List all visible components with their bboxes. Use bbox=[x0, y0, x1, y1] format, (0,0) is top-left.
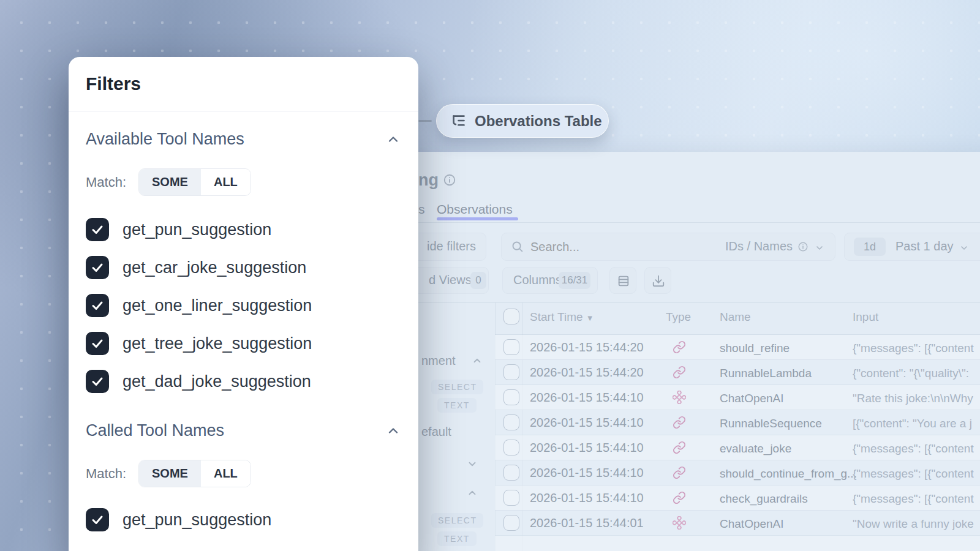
checkbox-checked[interactable] bbox=[86, 508, 109, 531]
checkbox-checked[interactable] bbox=[86, 256, 109, 279]
cell-input: "Rate this joke:\n\nWhy bbox=[853, 392, 980, 405]
checkbox-checked[interactable] bbox=[86, 218, 109, 241]
screen: ng s Observations ide filters IDs / Name… bbox=[0, 0, 980, 551]
export-button[interactable] bbox=[644, 267, 671, 294]
table-row[interactable]: 2026-01-15 15:44:20 should_refine {"mess… bbox=[495, 335, 980, 360]
collapse-chevron-up-icon[interactable] bbox=[385, 132, 401, 148]
table-row[interactable]: 2026-01-15 15:44:10 check_guardrails {"m… bbox=[495, 485, 980, 511]
generation-icon bbox=[673, 391, 686, 404]
table-row[interactable]: 2026-01-15 15:44:01 ChatOpenAI "Now writ… bbox=[495, 511, 980, 536]
row-checkbox[interactable] bbox=[503, 339, 519, 355]
chevron-up-icon[interactable] bbox=[467, 487, 478, 498]
link-icon bbox=[673, 466, 686, 479]
filter-item-label[interactable]: get_one_liner_suggestion bbox=[123, 296, 312, 315]
sidebar-text-button[interactable]: TEXT bbox=[437, 398, 477, 413]
row-checkbox[interactable] bbox=[503, 465, 519, 481]
chevron-down-icon[interactable] bbox=[467, 459, 478, 470]
table-row[interactable]: 2026-01-15 15:44:10 evaluate_joke {"mess… bbox=[495, 435, 980, 460]
filter-item-label[interactable]: get_car_joke_suggestion bbox=[123, 258, 306, 277]
checkbox-checked[interactable] bbox=[86, 332, 109, 355]
time-chevron-down-icon bbox=[959, 243, 969, 253]
match-option-some[interactable]: SOME bbox=[139, 460, 201, 487]
sidebar-select-button[interactable]: SELECT bbox=[431, 380, 483, 394]
cell-start-time: 2026-01-15 15:44:01 bbox=[530, 516, 644, 530]
observations-table-pill-button[interactable]: Obervations Table bbox=[436, 104, 609, 138]
match-label: Match: bbox=[86, 466, 126, 482]
table-row-partial bbox=[495, 536, 980, 551]
row-checkbox[interactable] bbox=[503, 515, 519, 531]
row-checkbox[interactable] bbox=[503, 440, 519, 455]
row-checkbox[interactable] bbox=[503, 389, 519, 405]
connector-line bbox=[418, 120, 432, 122]
cell-start-time: 2026-01-15 15:44:20 bbox=[530, 365, 644, 380]
filter-item: get_pun_suggestion bbox=[86, 211, 401, 249]
tab-observations[interactable]: Observations bbox=[437, 202, 513, 217]
cell-start-time: 2026-01-15 15:44:20 bbox=[530, 340, 644, 354]
cell-input: {"messages": [{"content bbox=[853, 492, 980, 506]
sidebar-text-button[interactable]: TEXT bbox=[437, 531, 477, 546]
match-option-some[interactable]: SOME bbox=[139, 169, 201, 195]
link-icon bbox=[673, 340, 686, 354]
filter-item-label[interactable]: get_pun_suggestion bbox=[123, 511, 271, 530]
time-range-badge: 1d bbox=[854, 238, 886, 256]
table-row[interactable]: 2026-01-15 15:44:10 ChatOpenAI "Rate thi… bbox=[495, 385, 980, 410]
table-row[interactable]: 2026-01-15 15:44:10 should_continue_from… bbox=[495, 460, 980, 485]
filter-item-label[interactable]: get_tree_joke_suggestion bbox=[123, 334, 312, 353]
match-label: Match: bbox=[86, 174, 126, 190]
cell-input: {"content": "{\"quality\": bbox=[853, 367, 980, 380]
checkbox-checked[interactable] bbox=[86, 294, 109, 317]
column-header-type[interactable]: Type bbox=[666, 310, 691, 324]
match-option-all[interactable]: ALL bbox=[201, 169, 251, 195]
pill-label: Obervations Table bbox=[475, 113, 602, 130]
match-option-all[interactable]: ALL bbox=[201, 460, 251, 487]
collapse-chevron-up-icon[interactable] bbox=[385, 423, 401, 439]
cell-start-time: 2026-01-15 15:44:10 bbox=[530, 441, 644, 455]
column-header-start-time[interactable]: Start Time ▼ bbox=[530, 310, 594, 324]
scope-info-icon[interactable] bbox=[797, 241, 809, 252]
sidebar-environment-partial: nment bbox=[421, 354, 456, 368]
list-tree-icon bbox=[450, 113, 467, 129]
filter-item-label[interactable]: get_pun_suggestion bbox=[123, 220, 271, 239]
checkbox-checked[interactable] bbox=[86, 370, 109, 393]
search-input[interactable] bbox=[530, 238, 708, 256]
link-icon bbox=[673, 365, 686, 379]
saved-views-count-badge: 0 bbox=[470, 272, 486, 289]
scope-chevron-down-icon[interactable] bbox=[815, 243, 824, 253]
row-checkbox[interactable] bbox=[503, 490, 519, 506]
table-top-border bbox=[397, 302, 980, 303]
columns-count-badge: 16/31 bbox=[559, 272, 590, 289]
cell-start-time: 2026-01-15 15:44:10 bbox=[530, 491, 644, 505]
cell-name: RunnableSequence bbox=[720, 417, 822, 430]
search-scope-selector[interactable]: IDs / Names bbox=[725, 239, 793, 253]
link-icon bbox=[673, 441, 686, 454]
active-tab-underline bbox=[437, 217, 518, 220]
generation-icon bbox=[673, 516, 686, 530]
time-range-label: Past 1 day bbox=[895, 239, 954, 253]
table-row[interactable]: 2026-01-15 15:44:20 RunnableLambda {"con… bbox=[495, 360, 980, 385]
chevron-up-icon[interactable] bbox=[472, 355, 483, 366]
info-icon[interactable] bbox=[443, 173, 456, 187]
rows-icon bbox=[617, 274, 630, 288]
row-checkbox[interactable] bbox=[503, 364, 519, 380]
filter-item: get_pun_suggestion bbox=[86, 501, 401, 539]
row-height-button[interactable] bbox=[609, 267, 636, 294]
hide-filters-label-partial: ide filters bbox=[427, 239, 476, 253]
cell-name: RunnableLambda bbox=[720, 367, 812, 380]
columns-label: Columns bbox=[513, 273, 562, 287]
cell-name: ChatOpenAI bbox=[720, 392, 784, 405]
filter-item-label[interactable]: get_dad_joke_suggestion bbox=[123, 372, 311, 391]
section-title-available-tool-names: Available Tool Names bbox=[86, 130, 244, 149]
column-header-input[interactable]: Input bbox=[853, 310, 878, 324]
table-row[interactable]: 2026-01-15 15:44:10 RunnableSequence [{"… bbox=[495, 410, 980, 435]
filter-item: get_tree_joke_suggestion bbox=[86, 324, 401, 362]
sort-desc-icon: ▼ bbox=[586, 313, 594, 323]
cell-input: {"messages": [{"content bbox=[853, 342, 980, 355]
download-icon bbox=[652, 274, 665, 288]
tab-traces-partial[interactable]: s bbox=[418, 202, 425, 217]
tabs-divider bbox=[397, 222, 980, 223]
filter-item: get_car_joke_suggestion bbox=[86, 249, 401, 287]
sidebar-select-button[interactable]: SELECT bbox=[431, 513, 483, 528]
select-all-checkbox[interactable] bbox=[503, 309, 519, 324]
column-header-name[interactable]: Name bbox=[720, 310, 751, 324]
row-checkbox[interactable] bbox=[503, 414, 519, 430]
